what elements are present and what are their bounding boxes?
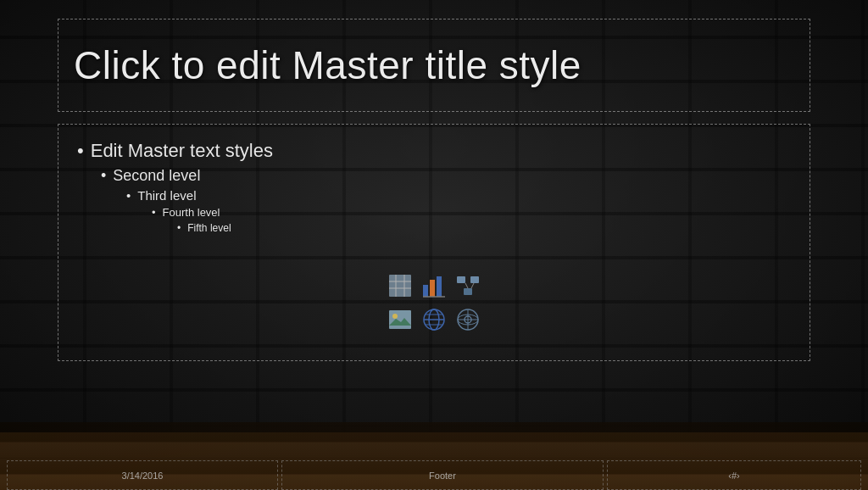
- media-icon[interactable]: [453, 304, 483, 335]
- footer-date: 3/14/2016: [7, 460, 278, 490]
- svg-rect-7: [437, 276, 442, 297]
- footer-bar: 3/14/2016 Footer ‹#›: [0, 460, 868, 490]
- slide-title: Click to edit Master title style: [74, 43, 581, 88]
- title-box[interactable]: Click to edit Master title style: [58, 19, 810, 112]
- svg-rect-11: [464, 288, 472, 295]
- svg-rect-5: [423, 285, 428, 297]
- level3-text: Third level: [137, 188, 196, 203]
- slide-content: Click to edit Master title style Edit Ma…: [58, 19, 810, 443]
- footer-date-text: 3/14/2016: [122, 471, 164, 481]
- smartart-icon[interactable]: [453, 270, 483, 301]
- picture-icon[interactable]: [385, 304, 415, 335]
- footer-center-text: Footer: [429, 471, 456, 481]
- footer-page: ‹#›: [607, 460, 861, 490]
- svg-rect-0: [389, 275, 411, 297]
- content-box[interactable]: Edit Master text styles Second level Thi…: [58, 124, 810, 361]
- list-item-level1: Edit Master text styles: [77, 140, 273, 162]
- svg-rect-6: [430, 280, 435, 297]
- level4-text: Fourth level: [163, 206, 220, 219]
- bullet-list: Edit Master text styles Second level Thi…: [77, 140, 273, 345]
- footer-center: Footer: [281, 460, 604, 490]
- svg-rect-9: [457, 276, 465, 283]
- bullet-dot-2: [101, 167, 106, 185]
- bullet-dot-3: [126, 188, 131, 203]
- level2-text: Second level: [113, 167, 200, 185]
- bullet-dot-5: [177, 222, 181, 234]
- level5-text: Fifth level: [187, 222, 231, 234]
- svg-point-15: [392, 314, 398, 319]
- svg-rect-10: [470, 276, 479, 283]
- svg-line-12: [465, 283, 468, 288]
- online-picture-icon[interactable]: [419, 304, 449, 335]
- svg-line-13: [471, 283, 474, 288]
- list-item-level5: Fifth level: [77, 222, 273, 234]
- chart-icon[interactable]: [419, 270, 449, 301]
- level1-text: Edit Master text styles: [91, 140, 273, 162]
- list-item-level4: Fourth level: [77, 206, 273, 219]
- slide: Click to edit Master title style Edit Ma…: [0, 0, 868, 490]
- bullet-dot-4: [152, 206, 156, 219]
- footer-page-text: ‹#›: [728, 471, 739, 481]
- list-item-level2: Second level: [77, 167, 273, 185]
- insert-icons-cluster: [385, 270, 483, 335]
- list-item-level3: Third level: [77, 188, 273, 203]
- svg-rect-14: [389, 310, 411, 329]
- bullet-dot-1: [77, 140, 84, 162]
- table-icon[interactable]: [385, 270, 415, 301]
